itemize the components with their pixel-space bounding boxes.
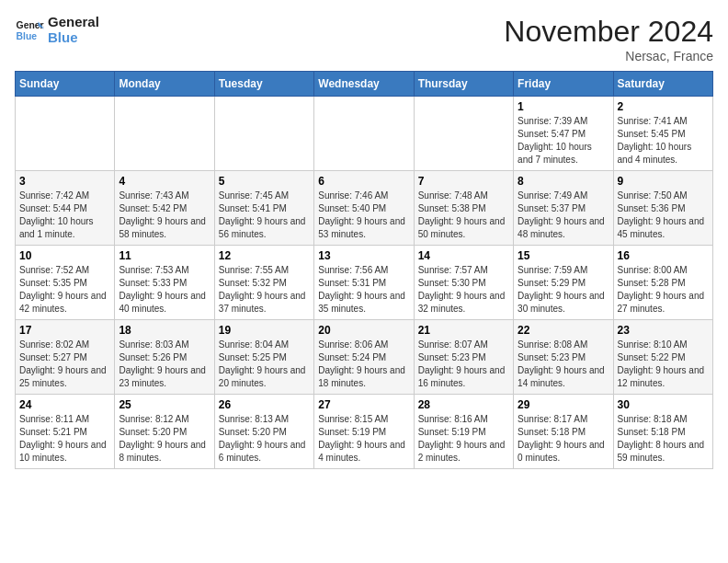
calendar-cell: 1Sunrise: 7:39 AM Sunset: 5:47 PM Daylig…	[514, 97, 613, 171]
logo-blue: Blue	[48, 30, 99, 46]
day-number: 30	[618, 398, 709, 411]
day-info: Sunrise: 8:16 AM Sunset: 5:19 PM Dayligh…	[418, 413, 509, 465]
calendar-cell: 23Sunrise: 8:10 AM Sunset: 5:22 PM Dayli…	[613, 320, 712, 395]
day-info: Sunrise: 7:41 AM Sunset: 5:45 PM Dayligh…	[618, 115, 709, 167]
logo: General Blue General Blue	[15, 15, 99, 45]
calendar-cell: 13Sunrise: 7:56 AM Sunset: 5:31 PM Dayli…	[314, 246, 414, 320]
calendar-cell: 22Sunrise: 8:08 AM Sunset: 5:23 PM Dayli…	[514, 320, 613, 395]
day-number: 27	[318, 398, 409, 411]
day-number: 7	[418, 175, 509, 188]
page-header: General Blue General Blue November 2024 …	[15, 15, 713, 63]
calendar-cell: 10Sunrise: 7:52 AM Sunset: 5:35 PM Dayli…	[16, 246, 115, 320]
day-info: Sunrise: 8:11 AM Sunset: 5:21 PM Dayligh…	[19, 413, 110, 465]
day-info: Sunrise: 7:55 AM Sunset: 5:32 PM Dayligh…	[219, 264, 310, 316]
day-info: Sunrise: 7:43 AM Sunset: 5:42 PM Dayligh…	[119, 190, 210, 241]
calendar-cell: 7Sunrise: 7:48 AM Sunset: 5:38 PM Daylig…	[414, 171, 513, 246]
calendar-cell: 28Sunrise: 8:16 AM Sunset: 5:19 PM Dayli…	[414, 395, 513, 469]
calendar-cell: 20Sunrise: 8:06 AM Sunset: 5:24 PM Dayli…	[314, 320, 414, 395]
month-title: November 2024	[504, 15, 713, 49]
day-number: 19	[219, 324, 310, 337]
calendar-cell: 27Sunrise: 8:15 AM Sunset: 5:19 PM Dayli…	[314, 395, 414, 469]
day-info: Sunrise: 7:42 AM Sunset: 5:44 PM Dayligh…	[19, 190, 110, 241]
day-info: Sunrise: 7:48 AM Sunset: 5:38 PM Dayligh…	[418, 190, 509, 241]
day-number: 12	[219, 249, 310, 262]
weekday-header-saturday: Saturday	[613, 72, 712, 97]
day-number: 28	[418, 398, 509, 411]
day-info: Sunrise: 8:12 AM Sunset: 5:20 PM Dayligh…	[119, 413, 210, 465]
day-info: Sunrise: 7:57 AM Sunset: 5:30 PM Dayligh…	[418, 264, 509, 316]
calendar-cell: 18Sunrise: 8:03 AM Sunset: 5:26 PM Dayli…	[115, 320, 214, 395]
calendar-cell: 2Sunrise: 7:41 AM Sunset: 5:45 PM Daylig…	[613, 97, 712, 171]
calendar-cell: 25Sunrise: 8:12 AM Sunset: 5:20 PM Dayli…	[115, 395, 214, 469]
calendar-cell: 26Sunrise: 8:13 AM Sunset: 5:20 PM Dayli…	[214, 395, 313, 469]
logo-general: General	[48, 15, 99, 30]
day-number: 3	[19, 175, 110, 188]
day-info: Sunrise: 8:02 AM Sunset: 5:27 PM Dayligh…	[19, 339, 110, 390]
calendar-cell: 8Sunrise: 7:49 AM Sunset: 5:37 PM Daylig…	[514, 171, 613, 246]
day-number: 11	[119, 249, 210, 262]
calendar-cell	[115, 97, 214, 171]
day-info: Sunrise: 7:49 AM Sunset: 5:37 PM Dayligh…	[518, 190, 609, 241]
day-number: 13	[318, 249, 409, 262]
calendar-cell: 16Sunrise: 8:00 AM Sunset: 5:28 PM Dayli…	[613, 246, 712, 320]
day-info: Sunrise: 7:45 AM Sunset: 5:41 PM Dayligh…	[219, 190, 310, 241]
calendar-header: SundayMondayTuesdayWednesdayThursdayFrid…	[16, 72, 713, 97]
day-number: 14	[418, 249, 509, 262]
day-info: Sunrise: 7:39 AM Sunset: 5:47 PM Dayligh…	[518, 115, 609, 167]
calendar-cell: 4Sunrise: 7:43 AM Sunset: 5:42 PM Daylig…	[115, 171, 214, 246]
calendar-cell: 21Sunrise: 8:07 AM Sunset: 5:23 PM Dayli…	[414, 320, 513, 395]
day-info: Sunrise: 8:03 AM Sunset: 5:26 PM Dayligh…	[119, 339, 210, 390]
calendar-cell: 19Sunrise: 8:04 AM Sunset: 5:25 PM Dayli…	[214, 320, 313, 395]
weekday-header-thursday: Thursday	[414, 72, 513, 97]
day-info: Sunrise: 7:46 AM Sunset: 5:40 PM Dayligh…	[318, 190, 409, 241]
day-number: 21	[418, 324, 509, 337]
calendar-cell: 3Sunrise: 7:42 AM Sunset: 5:44 PM Daylig…	[16, 171, 115, 246]
calendar-cell	[16, 97, 115, 171]
day-number: 24	[19, 398, 110, 411]
calendar-cell: 5Sunrise: 7:45 AM Sunset: 5:41 PM Daylig…	[214, 171, 313, 246]
day-number: 17	[19, 324, 110, 337]
day-number: 25	[119, 398, 210, 411]
day-number: 16	[618, 249, 709, 262]
weekday-header-wednesday: Wednesday	[314, 72, 414, 97]
day-info: Sunrise: 8:04 AM Sunset: 5:25 PM Dayligh…	[219, 339, 310, 390]
day-info: Sunrise: 7:56 AM Sunset: 5:31 PM Dayligh…	[318, 264, 409, 316]
calendar-cell: 30Sunrise: 8:18 AM Sunset: 5:18 PM Dayli…	[613, 395, 712, 469]
day-info: Sunrise: 8:07 AM Sunset: 5:23 PM Dayligh…	[418, 339, 509, 390]
calendar-cell: 14Sunrise: 7:57 AM Sunset: 5:30 PM Dayli…	[414, 246, 513, 320]
day-number: 6	[318, 175, 409, 188]
day-number: 15	[518, 249, 609, 262]
logo-icon: General Blue	[15, 16, 44, 45]
day-info: Sunrise: 7:50 AM Sunset: 5:36 PM Dayligh…	[618, 190, 709, 241]
calendar-cell: 11Sunrise: 7:53 AM Sunset: 5:33 PM Dayli…	[115, 246, 214, 320]
day-number: 20	[318, 324, 409, 337]
day-number: 8	[518, 175, 609, 188]
day-info: Sunrise: 8:17 AM Sunset: 5:18 PM Dayligh…	[518, 413, 609, 465]
calendar-cell: 6Sunrise: 7:46 AM Sunset: 5:40 PM Daylig…	[314, 171, 414, 246]
weekday-header-friday: Friday	[514, 72, 613, 97]
day-info: Sunrise: 7:59 AM Sunset: 5:29 PM Dayligh…	[518, 264, 609, 316]
day-number: 23	[618, 324, 709, 337]
calendar-cell: 9Sunrise: 7:50 AM Sunset: 5:36 PM Daylig…	[613, 171, 712, 246]
day-number: 2	[618, 100, 709, 113]
day-number: 1	[518, 100, 609, 113]
day-info: Sunrise: 8:06 AM Sunset: 5:24 PM Dayligh…	[318, 339, 409, 390]
weekday-header-tuesday: Tuesday	[214, 72, 313, 97]
day-number: 18	[119, 324, 210, 337]
calendar-table: SundayMondayTuesdayWednesdayThursdayFrid…	[15, 71, 713, 469]
title-block: November 2024 Nersac, France	[504, 15, 713, 63]
calendar-cell	[414, 97, 513, 171]
svg-text:Blue: Blue	[17, 30, 38, 40]
day-info: Sunrise: 8:10 AM Sunset: 5:22 PM Dayligh…	[618, 339, 709, 390]
day-info: Sunrise: 8:15 AM Sunset: 5:19 PM Dayligh…	[318, 413, 409, 465]
day-info: Sunrise: 7:52 AM Sunset: 5:35 PM Dayligh…	[19, 264, 110, 316]
day-number: 26	[219, 398, 310, 411]
calendar-cell	[314, 97, 414, 171]
weekday-header-monday: Monday	[115, 72, 214, 97]
calendar-cell: 12Sunrise: 7:55 AM Sunset: 5:32 PM Dayli…	[214, 246, 313, 320]
day-number: 22	[518, 324, 609, 337]
weekday-header-sunday: Sunday	[16, 72, 115, 97]
day-number: 4	[119, 175, 210, 188]
day-number: 5	[219, 175, 310, 188]
calendar-cell: 29Sunrise: 8:17 AM Sunset: 5:18 PM Dayli…	[514, 395, 613, 469]
